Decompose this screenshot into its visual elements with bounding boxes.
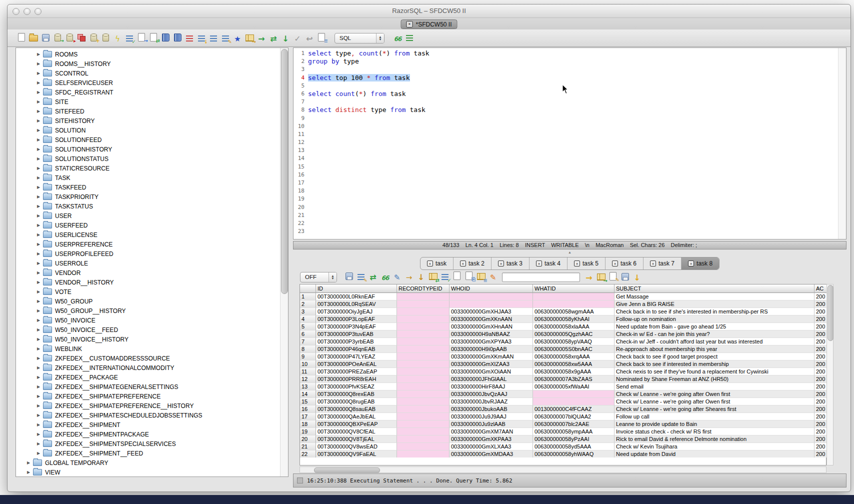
disclosure-triangle-icon[interactable]: ▶ — [35, 346, 42, 351]
new-file-icon[interactable] — [16, 32, 27, 42]
table-cell[interactable]: 006300000058yd5AAA — [533, 443, 614, 450]
editor-line[interactable]: 13 — [294, 146, 838, 154]
document-tab[interactable]: × *SFDCW50 II — [400, 20, 457, 29]
disclosure-triangle-icon[interactable]: ▶ — [35, 318, 42, 322]
auto-refresh-select[interactable]: OFF ▲▼ — [300, 272, 337, 282]
tree-item-userfeed[interactable]: ▶USERFEED — [16, 220, 280, 230]
tab-close-icon[interactable]: × — [688, 260, 694, 266]
disclosure-triangle-icon[interactable]: ▶ — [35, 90, 42, 94]
reload-table-icon[interactable]: ⇄ — [428, 271, 438, 282]
describe-table-icon[interactable]: 66 — [380, 272, 390, 284]
table-cell[interactable]: 006300000058xrqAAA — [533, 353, 614, 360]
table-cell[interactable]: 200 — [814, 376, 827, 383]
disclosure-triangle-icon[interactable]: ▶ — [35, 280, 42, 284]
table-cell[interactable] — [397, 368, 450, 376]
disclosure-triangle-icon[interactable]: ▶ — [35, 52, 42, 56]
tree-item-zkfedex__shipmatepreference__history[interactable]: ▶ZKFEDEX__SHIPMATEPREFERENCE__HISTORY — [16, 401, 280, 410]
table-cell[interactable]: 006300000058ypVAAQ — [533, 338, 614, 346]
disclosure-triangle-icon[interactable]: ▶ — [35, 80, 42, 85]
table-cell[interactable] — [533, 300, 614, 308]
table-cell[interactable] — [397, 323, 450, 330]
favorites-icon[interactable]: ★ — [232, 34, 243, 44]
table-cell[interactable]: 00T3000000L0RqSEAV — [316, 300, 397, 308]
disclosure-triangle-icon[interactable]: ▶ — [35, 214, 42, 218]
compare-files-icon[interactable]: ⇄ — [148, 32, 159, 42]
table-cell[interactable]: 200 — [814, 293, 827, 300]
table-cell[interactable]: Need update from Bain - gave go ahead 1/… — [614, 323, 814, 330]
disclosure-triangle-icon[interactable]: ▶ — [25, 470, 32, 474]
table-cell[interactable]: 200 — [814, 413, 827, 420]
tree-scrollbar[interactable] — [280, 48, 288, 476]
disclosure-triangle-icon[interactable]: ▶ — [35, 270, 42, 275]
tree-item-scontrol[interactable]: ▶SCONTROL — [16, 68, 280, 78]
disclosure-triangle-icon[interactable]: ▶ — [35, 337, 42, 342]
save-results-icon[interactable] — [344, 271, 354, 282]
table-cell[interactable]: Re-approach about membership this year — [614, 346, 814, 353]
tree-item-zkfedex__shipmatescheduledjobssettings[interactable]: ▶ZKFEDEX__SHIPMATESCHEDULEDJOBSSETTINGS — [16, 410, 280, 420]
editor-line[interactable]: 1select type, count(*) from task — [294, 50, 838, 58]
tree-item-vote[interactable]: ▶VOTE — [16, 287, 280, 296]
statement-type-select[interactable]: SQL ▲▼ — [334, 33, 384, 44]
table-cell[interactable] — [397, 360, 450, 368]
table-cell[interactable] — [397, 390, 450, 398]
row-number-cell[interactable]: 14 — [300, 390, 316, 398]
results-vscroll-thumb[interactable] — [828, 285, 834, 341]
table-cell[interactable]: 200 — [814, 330, 827, 338]
disclosure-triangle-icon[interactable]: ▶ — [35, 252, 42, 256]
table-cell[interactable]: Check back in to see if she's interested… — [614, 308, 814, 316]
results-list-icon[interactable] — [404, 32, 415, 43]
editor-line[interactable]: 20 — [294, 204, 838, 212]
table-cell[interactable]: Follow up call — [614, 413, 814, 420]
results-vertical-scrollbar[interactable] — [826, 284, 834, 466]
copy-connection-icon[interactable] — [76, 32, 87, 43]
editor-line[interactable]: 15 — [294, 163, 838, 171]
table-cell[interactable] — [397, 383, 450, 390]
disclosure-triangle-icon[interactable]: ▶ — [35, 156, 42, 161]
table-cell[interactable]: 00T3000000Q8rexEAB — [316, 390, 397, 398]
row-number-cell[interactable]: 9 — [300, 353, 316, 360]
disclosure-triangle-icon[interactable]: ▶ — [35, 404, 42, 408]
table-cell[interactable]: 200 — [814, 346, 827, 353]
table-cell[interactable] — [397, 293, 450, 300]
table-cell[interactable]: 0033000000GmXKmAAN — [450, 353, 533, 360]
disclosure-triangle-icon[interactable]: ▶ — [35, 442, 42, 446]
editor-line[interactable]: 3 — [294, 66, 838, 74]
table-cell[interactable]: Leanne to provide update to Bain — [614, 420, 814, 428]
disclosure-triangle-icon[interactable]: ▶ — [35, 261, 42, 266]
disclosure-triangle-icon[interactable]: ▶ — [35, 422, 42, 427]
table-cell[interactable]: Check-in w/ Jeff - couldn't afford last … — [614, 338, 814, 346]
table-cell[interactable]: Check w/ Leanne - we're going after Shea… — [614, 406, 814, 413]
result-tab-task-5[interactable]: ×task 5 — [568, 258, 606, 270]
open-file-icon[interactable] — [28, 32, 39, 42]
column-header-WHOID[interactable]: WHOID — [450, 284, 533, 293]
table-cell[interactable]: 0033000000GmXOiAAN — [450, 368, 533, 376]
table-cell[interactable] — [450, 293, 533, 300]
row-number-cell[interactable]: 13 — [300, 383, 316, 390]
checklist-icon[interactable]: ✓ — [124, 32, 135, 44]
table-cell[interactable]: Check back to see if interested in membe… — [614, 360, 814, 368]
results-horizontal-scrollbar[interactable] — [300, 466, 826, 473]
edit-sql-icon[interactable]: ✎ — [220, 32, 231, 44]
table-cell[interactable]: 200 — [814, 300, 827, 308]
disclosure-triangle-icon[interactable]: ▶ — [35, 147, 42, 152]
disclosure-triangle-icon[interactable]: ▶ — [35, 232, 42, 237]
table-cell[interactable]: 200 — [814, 368, 827, 376]
rollback-icon[interactable]: ↩ — [304, 34, 315, 44]
tree-item-selfserviceuser[interactable]: ▶SELFSERVICEUSER — [16, 78, 280, 88]
table-cell[interactable]: Rick to email David & reference Delmonte… — [614, 436, 814, 443]
table-cell[interactable] — [397, 308, 450, 316]
table-cell[interactable]: Check w/ Leanne - we're going after Owen… — [614, 390, 814, 398]
tree-item-zkfedex__shipmatepreference[interactable]: ▶ZKFEDEX__SHIPMATEPREFERENCE — [16, 392, 280, 401]
row-number-cell[interactable]: 21 — [300, 443, 316, 450]
table-cell[interactable]: 200 — [814, 308, 827, 316]
database-icon[interactable] — [100, 32, 111, 42]
editor-scrollbar[interactable] — [838, 48, 846, 239]
disclosure-triangle-icon[interactable]: ▶ — [35, 375, 42, 380]
save-updates-icon[interactable] — [620, 271, 630, 282]
table-cell[interactable]: 00630000005xfWaAAI — [533, 383, 614, 390]
editor-line[interactable]: 10 — [294, 122, 838, 130]
tree-item-zkfedex__shipment__feed[interactable]: ▶ZKFEDEX__SHIPMENT__FEED — [16, 448, 280, 458]
row-number-cell[interactable]: 22 — [300, 450, 316, 458]
tree-item-sitehistory[interactable]: ▶SITEHISTORY — [16, 116, 280, 126]
column-header-rownum[interactable] — [300, 284, 316, 293]
